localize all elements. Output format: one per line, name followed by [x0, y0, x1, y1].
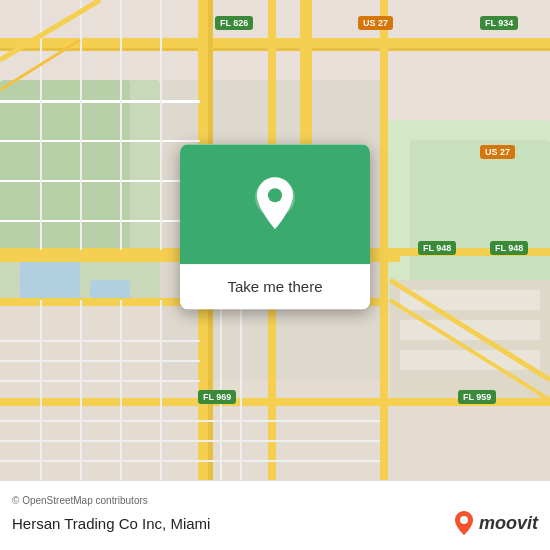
svg-rect-44 [80, 300, 82, 480]
svg-rect-32 [0, 220, 200, 222]
moovit-pin-icon [453, 510, 475, 536]
svg-rect-31 [0, 180, 200, 182]
location-pin-icon [251, 175, 299, 233]
route-label-us27-right: US 27 [480, 145, 515, 159]
svg-rect-42 [160, 0, 162, 250]
take-me-there-button[interactable]: Take me there [180, 264, 370, 309]
svg-rect-37 [0, 440, 380, 442]
svg-point-52 [268, 188, 282, 202]
route-label-fl969: FL 969 [198, 390, 236, 404]
bottom-info: Hersan Trading Co Inc, Miami moovit [12, 510, 538, 536]
route-label-fl959: FL 959 [458, 390, 496, 404]
popup-header [180, 144, 370, 264]
svg-rect-2 [0, 80, 130, 260]
map-container[interactable]: FL 826 US 27 FL 934 US 27 FL 826 FL 948 … [0, 0, 550, 480]
svg-rect-36 [0, 420, 380, 422]
svg-rect-45 [120, 300, 122, 480]
route-label-fl934: FL 934 [480, 16, 518, 30]
svg-rect-40 [80, 0, 82, 250]
svg-rect-30 [0, 140, 200, 142]
moovit-logo: moovit [453, 510, 538, 536]
svg-rect-33 [0, 340, 200, 342]
svg-rect-28 [380, 0, 388, 480]
svg-rect-43 [40, 300, 42, 480]
moovit-text: moovit [479, 513, 538, 534]
svg-rect-38 [0, 460, 380, 462]
svg-point-53 [460, 516, 468, 524]
svg-rect-6 [20, 260, 80, 300]
bottom-bar: © OpenStreetMap contributors Hersan Trad… [0, 480, 550, 550]
svg-rect-34 [0, 360, 200, 362]
svg-rect-41 [120, 0, 122, 250]
svg-rect-48 [240, 300, 242, 480]
svg-rect-35 [0, 380, 200, 382]
route-label-fl948-far: FL 948 [490, 241, 528, 255]
place-name: Hersan Trading Co Inc, Miami [12, 515, 210, 532]
route-label-us27-top: US 27 [358, 16, 393, 30]
svg-rect-29 [0, 100, 200, 103]
svg-rect-46 [160, 300, 162, 480]
route-label-fl826-top: FL 826 [215, 16, 253, 30]
route-label-fl948-right: FL 948 [418, 241, 456, 255]
svg-rect-23 [0, 398, 380, 406]
map-attribution: © OpenStreetMap contributors [12, 495, 538, 506]
location-popup: Take me there [180, 144, 370, 309]
